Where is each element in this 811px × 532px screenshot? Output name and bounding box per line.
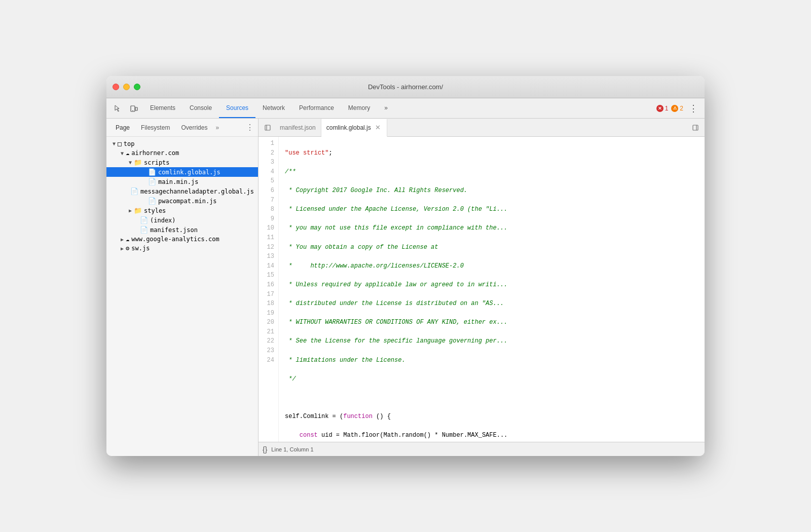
cloud-ga-icon: ☁ — [126, 236, 129, 243]
editor-tab-comlink-label: comlink.global.js — [326, 124, 371, 131]
editor-collapse-right[interactable] — [688, 124, 703, 131]
error-badge[interactable]: ✕ 1 — [656, 105, 669, 112]
tree-label-pwa: pwacompat.min.js — [158, 198, 217, 205]
tree-arrow-sw: ▶ — [119, 245, 126, 252]
tree-item-main[interactable]: 📄 main.min.js — [106, 177, 258, 186]
tree-item-sw[interactable]: ▶ ⚙ sw.js — [106, 244, 258, 253]
tab-console[interactable]: Console — [182, 98, 219, 118]
tree-item-comlink[interactable]: 📄 comlink.global.js — [106, 167, 258, 177]
file-sw-icon: ⚙ — [126, 245, 129, 252]
tree-arrow-airhorner: ▼ — [119, 149, 126, 157]
tab-elements[interactable]: Elements — [143, 98, 182, 118]
tree-item-ga[interactable]: ▶ ☁ www.google-analytics.com — [106, 235, 258, 244]
device-icon[interactable] — [127, 101, 141, 116]
file-main-icon: 📄 — [148, 178, 156, 185]
file-pwa-icon: 📄 — [148, 197, 156, 205]
tree-item-airhorner[interactable]: ▼ ☁ airhorner.com — [106, 148, 258, 158]
main-content: Page Filesystem Overrides » ⋮ ▼ □ top — [106, 119, 705, 456]
folder-scripts-icon: 📁 — [134, 159, 142, 166]
file-manifest-icon: 📄 — [140, 226, 148, 234]
editor-tab-comlink[interactable]: comlink.global.js ✕ — [321, 119, 387, 137]
tree-item-styles[interactable]: ▶ 📁 styles — [106, 206, 258, 215]
tab-performance[interactable]: Performance — [292, 98, 341, 118]
warning-badge[interactable]: ⚠ 2 — [671, 105, 683, 112]
tab-more[interactable]: » — [377, 98, 395, 118]
window-title: DevTools - airhorner.com/ — [368, 83, 443, 91]
tree-item-index[interactable]: 📄 (index) — [106, 215, 258, 225]
status-bar: {} Line 1, Column 1 — [259, 442, 705, 456]
folder-icon: □ — [118, 140, 122, 147]
tree-label-scripts: scripts — [144, 159, 170, 166]
tree-label-manifest: manifest.json — [150, 226, 198, 234]
editor-panel: manifest.json comlink.global.js ✕ 12345 — [259, 119, 705, 456]
cloud-icon: ☁ — [126, 149, 129, 157]
toolbar-right: ✕ 1 ⚠ 2 ⋮ — [656, 101, 701, 116]
code-editor[interactable]: 12345 678910 1112131415 1617181920 21222… — [259, 137, 705, 442]
tree-label-message: messagechanneladapter.global.js — [140, 188, 254, 195]
sidebar-tab-page[interactable]: Page — [110, 123, 135, 133]
main-toolbar: Elements Console Sources Network Perform… — [106, 98, 705, 119]
file-message-icon: 📄 — [130, 187, 138, 195]
svg-rect-3 — [265, 125, 270, 130]
tree-arrow-top: ▼ — [110, 140, 118, 147]
tree-item-message[interactable]: 📄 messagechanneladapter.global.js — [106, 186, 258, 196]
tree-label-index: (index) — [150, 217, 176, 224]
sidebar-tabs-more[interactable]: » — [215, 124, 219, 131]
tree-item-manifest[interactable]: 📄 manifest.json — [106, 225, 258, 235]
sidebar-tree: ▼ □ top ▼ ☁ airhorner.com ▼ 📁 scripts — [106, 137, 258, 456]
tree-label-ga: www.google-analytics.com — [131, 236, 219, 243]
folder-styles-icon: 📁 — [134, 207, 142, 214]
tree-arrow-scripts: ▼ — [127, 159, 134, 166]
titlebar: DevTools - airhorner.com/ — [106, 76, 705, 98]
minimize-button[interactable] — [123, 84, 130, 90]
editor-tab-manifest[interactable]: manifest.json — [275, 119, 321, 136]
file-comlink-icon: 📄 — [148, 168, 156, 176]
tree-arrow-styles: ▶ — [127, 207, 134, 214]
settings-menu-icon[interactable]: ⋮ — [686, 101, 701, 116]
tree-label-styles: styles — [144, 207, 166, 214]
inspect-icon[interactable] — [110, 101, 125, 116]
svg-rect-1 — [135, 107, 137, 110]
warning-icon: ⚠ — [671, 105, 678, 112]
cursor-position: Line 1, Column 1 — [271, 446, 313, 452]
editor-tab-manifest-label: manifest.json — [280, 124, 316, 131]
tab-sources[interactable]: Sources — [219, 98, 255, 118]
main-tabs: Elements Console Sources Network Perform… — [143, 98, 654, 118]
tree-label-sw: sw.js — [131, 245, 150, 252]
tree-label-main: main.min.js — [158, 178, 198, 185]
sidebar-tabs: Page Filesystem Overrides » ⋮ — [106, 119, 258, 137]
tree-arrow-ga: ▶ — [119, 236, 126, 243]
sidebar-tab-overrides[interactable]: Overrides — [176, 123, 212, 133]
line-numbers: 12345 678910 1112131415 1617181920 21222… — [259, 137, 279, 442]
tab-network[interactable]: Network — [255, 98, 292, 118]
format-icon[interactable]: {} — [263, 445, 267, 453]
devtools-window: DevTools - airhorner.com/ Elements Conso… — [106, 76, 705, 456]
tree-item-scripts[interactable]: ▼ 📁 scripts — [106, 158, 258, 167]
svg-rect-5 — [693, 125, 698, 130]
tree-label-airhorner: airhorner.com — [131, 149, 179, 157]
maximize-button[interactable] — [134, 84, 140, 90]
sidebar: Page Filesystem Overrides » ⋮ ▼ □ top — [106, 119, 259, 456]
tree-label-comlink: comlink.global.js — [158, 169, 220, 176]
sidebar-tab-filesystem[interactable]: Filesystem — [136, 123, 175, 133]
code-area: "use strict"; /** * Copyright 2017 Googl… — [279, 137, 705, 442]
editor-tabs: manifest.json comlink.global.js ✕ — [259, 119, 705, 137]
sidebar-menu-button[interactable]: ⋮ — [246, 123, 254, 132]
tree-label-top: top — [124, 140, 135, 147]
editor-collapse-left[interactable] — [261, 124, 275, 131]
file-index-icon: 📄 — [140, 216, 148, 224]
tab-memory[interactable]: Memory — [341, 98, 377, 118]
editor-tab-close[interactable]: ✕ — [374, 124, 382, 131]
traffic-lights — [113, 84, 140, 90]
tree-item-top[interactable]: ▼ □ top — [106, 139, 258, 148]
tree-item-pwa[interactable]: 📄 pwacompat.min.js — [106, 196, 258, 206]
close-button[interactable] — [113, 84, 119, 90]
error-icon: ✕ — [656, 105, 663, 112]
